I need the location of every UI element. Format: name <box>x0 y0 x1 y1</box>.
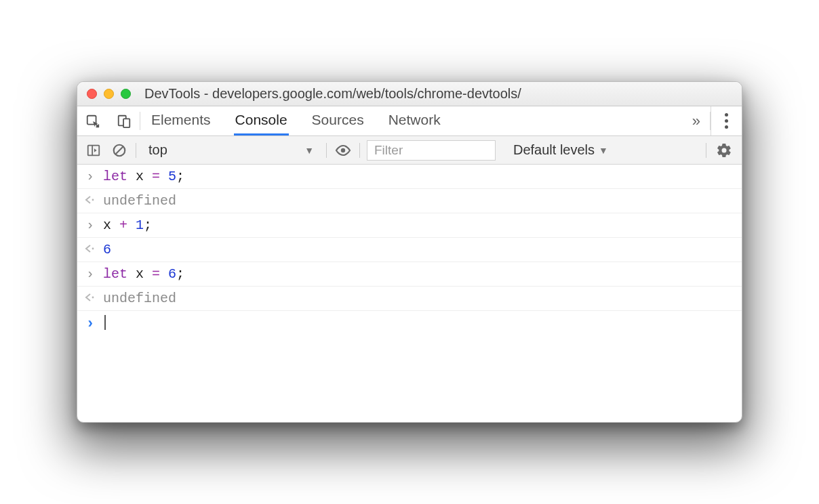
code-content <box>103 315 106 332</box>
window-title: DevTools - developers.google.com/web/too… <box>144 86 521 102</box>
console-input-row: ›x + 1; <box>77 213 742 238</box>
panel-tabbar: Elements Console Sources Network » <box>77 106 742 136</box>
svg-line-7 <box>116 146 123 154</box>
divider <box>706 143 706 158</box>
titlebar: DevTools - developers.google.com/web/too… <box>77 82 742 106</box>
devtools-window: DevTools - developers.google.com/web/too… <box>77 81 742 423</box>
device-toolbar-icon[interactable] <box>108 106 140 135</box>
kebab-menu-icon[interactable] <box>721 109 732 133</box>
context-selector[interactable]: top ▼ <box>143 140 319 161</box>
clear-console-icon[interactable] <box>110 141 129 160</box>
svg-point-9 <box>92 199 94 201</box>
tab-network[interactable]: Network <box>387 106 442 135</box>
close-window-button[interactable] <box>87 89 97 99</box>
code-content: 6 <box>103 242 111 257</box>
more-tabs-button[interactable]: » <box>683 106 710 135</box>
code-content: undefined <box>103 193 176 209</box>
divider <box>359 143 360 158</box>
live-expression-icon[interactable] <box>334 141 353 160</box>
svg-point-11 <box>92 297 94 299</box>
filter-input[interactable] <box>367 140 496 161</box>
code-content: let x = 6; <box>103 266 184 282</box>
svg-rect-2 <box>123 119 129 127</box>
svg-rect-3 <box>88 145 100 155</box>
divider <box>326 143 327 158</box>
minimize-window-button[interactable] <box>104 89 114 99</box>
output-arrow-icon <box>84 293 96 302</box>
tab-console[interactable]: Console <box>234 106 289 135</box>
code-content: x + 1; <box>103 217 152 233</box>
tab-elements[interactable]: Elements <box>150 106 212 135</box>
input-arrow-icon: › <box>84 169 96 184</box>
console-output[interactable]: ›let x = 5;undefined›x + 1;6›let x = 6;u… <box>77 165 742 337</box>
text-cursor <box>104 315 106 330</box>
show-console-sidebar-icon[interactable] <box>84 141 103 160</box>
context-value: top <box>148 142 167 158</box>
main-menu <box>711 106 742 135</box>
log-levels-selector[interactable]: Default levels ▼ <box>513 142 608 158</box>
console-input-row: ›let x = 5; <box>77 165 742 189</box>
console-output-row: undefined <box>77 287 742 311</box>
console-toolbar: top ▼ Default levels ▼ <box>77 136 742 165</box>
chevron-down-icon: ▼ <box>304 145 314 156</box>
console-output-row: undefined <box>77 189 742 213</box>
tab-sources[interactable]: Sources <box>311 106 365 135</box>
inspect-element-icon[interactable] <box>77 106 108 135</box>
levels-label: Default levels <box>513 142 595 158</box>
maximize-window-button[interactable] <box>121 89 131 99</box>
svg-point-10 <box>92 248 94 250</box>
console-output-row: 6 <box>77 238 742 262</box>
svg-marker-5 <box>94 148 97 152</box>
panel-tabs: Elements Console Sources Network <box>140 106 683 135</box>
console-settings-icon[interactable] <box>713 142 735 159</box>
prompt-arrow-icon: › <box>84 316 96 333</box>
console-input-row: ›let x = 6; <box>77 262 742 287</box>
input-arrow-icon: › <box>84 217 96 233</box>
output-arrow-icon <box>84 244 96 253</box>
svg-point-8 <box>341 148 345 152</box>
divider <box>136 143 136 158</box>
input-arrow-icon: › <box>84 266 96 282</box>
output-arrow-icon <box>84 195 96 205</box>
console-prompt-row[interactable]: › <box>77 311 742 337</box>
code-content: undefined <box>103 291 176 306</box>
chevron-down-icon: ▼ <box>599 145 608 156</box>
traffic-lights <box>87 89 131 99</box>
code-content: let x = 5; <box>103 169 184 184</box>
